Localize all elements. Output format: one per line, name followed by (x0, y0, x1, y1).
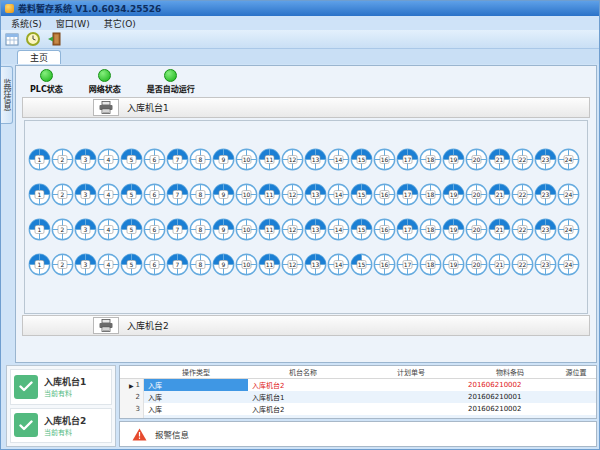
reel-slot[interactable]: 11 (258, 148, 281, 171)
reel-slot[interactable]: 10 (235, 148, 258, 171)
column-header-4[interactable]: 源位置 (556, 367, 596, 377)
reel-slot[interactable]: 19 (442, 218, 465, 241)
reel-slot[interactable]: 6 (143, 183, 166, 206)
table-cell[interactable] (556, 415, 596, 419)
clock-button[interactable] (25, 31, 41, 47)
menu-item-2[interactable]: 其它(O) (98, 17, 142, 30)
reel-slot[interactable]: 18 (419, 148, 442, 171)
reel-slot[interactable]: 1 (28, 253, 51, 276)
column-header-2[interactable]: 计划单号 (358, 367, 464, 377)
table-cell[interactable] (358, 415, 464, 419)
reel-slot[interactable]: 8 (189, 148, 212, 171)
reel-slot[interactable]: 21 (488, 148, 511, 171)
table-cell[interactable] (556, 379, 596, 391)
reel-slot[interactable]: 24 (557, 253, 580, 276)
reel-slot[interactable]: 24 (557, 148, 580, 171)
reel-slot[interactable]: 7 (166, 218, 189, 241)
table-cell[interactable] (144, 415, 248, 419)
reel-slot[interactable]: 14 (327, 218, 350, 241)
table-cell[interactable]: 入库机台2 (248, 379, 358, 391)
reel-slot[interactable]: 5 (120, 148, 143, 171)
reel-slot[interactable]: 22 (511, 253, 534, 276)
reel-slot[interactable]: 24 (557, 183, 580, 206)
reel-slot[interactable]: 10 (235, 253, 258, 276)
reel-slot[interactable]: 11 (258, 218, 281, 241)
column-header-1[interactable]: 机台名称 (248, 367, 358, 377)
table-cell[interactable] (464, 415, 556, 419)
table-cell[interactable]: 入库 (144, 379, 248, 391)
reel-slot[interactable]: 15 (350, 218, 373, 241)
reel-slot[interactable]: 8 (189, 218, 212, 241)
calendar-button[interactable] (4, 31, 20, 47)
reel-slot[interactable]: 19 (442, 148, 465, 171)
reel-slot[interactable]: 12 (281, 253, 304, 276)
reel-slot[interactable]: 11 (258, 253, 281, 276)
reel-slot[interactable]: 1 (28, 218, 51, 241)
reel-slot[interactable]: 14 (327, 148, 350, 171)
reel-slot[interactable]: 7 (166, 183, 189, 206)
reel-slot[interactable]: 10 (235, 183, 258, 206)
reel-slot[interactable]: 12 (281, 218, 304, 241)
table-row[interactable]: 4 (120, 415, 596, 419)
reel-slot[interactable]: 7 (166, 148, 189, 171)
reel-slot[interactable]: 6 (143, 148, 166, 171)
table-cell[interactable] (556, 403, 596, 415)
reel-slot[interactable]: 9 (212, 253, 235, 276)
reel-slot[interactable]: 13 (304, 148, 327, 171)
table-cell[interactable]: 201606210001 (464, 391, 556, 403)
reel-slot[interactable]: 3 (74, 148, 97, 171)
reel-slot[interactable]: 15 (350, 183, 373, 206)
reel-slot[interactable]: 15 (350, 148, 373, 171)
reel-slot[interactable]: 5 (120, 218, 143, 241)
table-row[interactable]: 2入库入库机台1201606210001 (120, 391, 596, 403)
reel-slot[interactable]: 22 (511, 148, 534, 171)
reel-slot[interactable]: 19 (442, 183, 465, 206)
reel-slot[interactable]: 5 (120, 253, 143, 276)
reel-slot[interactable]: 17 (396, 148, 419, 171)
table-cell[interactable]: 201606210002 (464, 403, 556, 415)
reel-slot[interactable]: 17 (396, 218, 419, 241)
reel-slot[interactable]: 14 (327, 183, 350, 206)
reel-slot[interactable]: 23 (534, 253, 557, 276)
table-cell[interactable] (358, 379, 464, 391)
reel-slot[interactable]: 13 (304, 183, 327, 206)
reel-slot[interactable]: 20 (465, 253, 488, 276)
reel-slot[interactable]: 18 (419, 218, 442, 241)
reel-slot[interactable]: 2 (51, 148, 74, 171)
reel-slot[interactable]: 3 (74, 183, 97, 206)
reel-slot[interactable]: 2 (51, 218, 74, 241)
reel-slot[interactable]: 12 (281, 148, 304, 171)
reel-slot[interactable]: 16 (373, 183, 396, 206)
reel-slot[interactable]: 6 (143, 218, 166, 241)
reel-slot[interactable]: 13 (304, 218, 327, 241)
reel-slot[interactable]: 18 (419, 183, 442, 206)
print-button-station2[interactable] (93, 317, 119, 334)
reel-slot[interactable]: 13 (304, 253, 327, 276)
reel-slot[interactable]: 22 (511, 183, 534, 206)
table-cell[interactable]: 入库机台2 (248, 403, 358, 415)
table-cell[interactable] (358, 391, 464, 403)
reel-slot[interactable]: 9 (212, 218, 235, 241)
reel-slot[interactable]: 2 (51, 253, 74, 276)
table-cell[interactable] (248, 415, 358, 419)
reel-slot[interactable]: 20 (465, 183, 488, 206)
reel-slot[interactable]: 7 (166, 253, 189, 276)
table-cell[interactable]: 入库 (144, 403, 248, 415)
reel-slot[interactable]: 4 (97, 253, 120, 276)
reel-slot[interactable]: 5 (120, 183, 143, 206)
reel-slot[interactable]: 16 (373, 148, 396, 171)
reel-slot[interactable]: 16 (373, 218, 396, 241)
menu-item-0[interactable]: 系统(S) (5, 17, 48, 30)
reel-slot[interactable]: 1 (28, 148, 51, 171)
reel-slot[interactable]: 9 (212, 148, 235, 171)
print-button-station1[interactable] (93, 99, 119, 116)
reel-slot[interactable]: 23 (534, 218, 557, 241)
table-row[interactable]: 3入库入库机台2201606210002 (120, 403, 596, 415)
reel-slot[interactable]: 24 (557, 218, 580, 241)
reel-slot[interactable]: 21 (488, 218, 511, 241)
table-row[interactable]: ▶1入库入库机台2201606210002 (120, 379, 596, 391)
reel-slot[interactable]: 10 (235, 218, 258, 241)
reel-slot[interactable]: 23 (534, 183, 557, 206)
reel-slot[interactable]: 20 (465, 148, 488, 171)
reel-slot[interactable]: 22 (511, 218, 534, 241)
